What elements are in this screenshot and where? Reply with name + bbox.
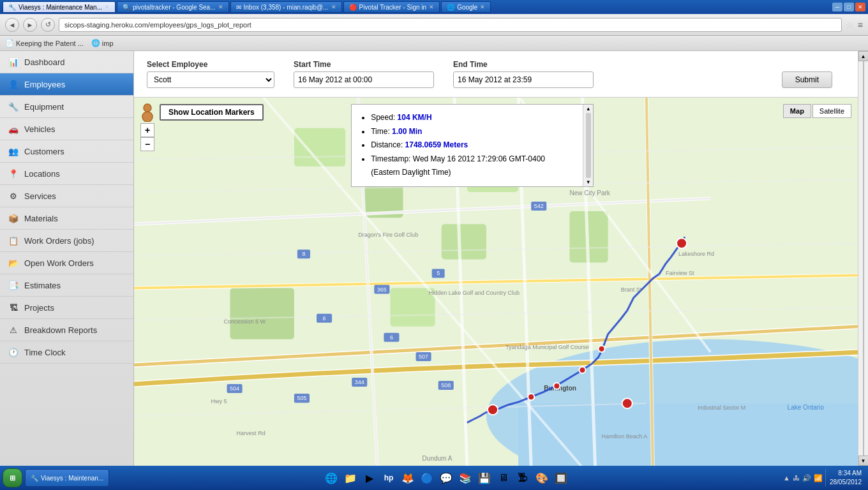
sidebar-item-time-clock[interactable]: 🕐 Time Clock xyxy=(0,341,133,364)
taskbar-firefox-icon[interactable]: 🦊 xyxy=(400,470,415,486)
settings-icon[interactable]: ≡ xyxy=(858,20,863,30)
vehicles-icon: 🚗 xyxy=(8,123,19,135)
svg-point-65 xyxy=(622,398,632,408)
popup-scroll-up[interactable]: ▲ xyxy=(586,106,591,112)
taskbar-folder-icon[interactable]: 📁 xyxy=(343,470,358,486)
taskbar-right: ▲ 🖧 🔊 📶 8:34 AM 28/05/2012 xyxy=(783,469,865,487)
clock-date: 28/05/2012 xyxy=(830,478,862,487)
tab-favicon: 🔍 xyxy=(123,4,130,11)
tab-label: Google xyxy=(457,4,477,11)
tab-close[interactable]: ✕ xyxy=(480,4,485,10)
employees-icon: 👤 xyxy=(8,78,19,90)
zoom-out-button[interactable]: − xyxy=(140,137,154,151)
taskbar-remote-icon[interactable]: 🖥 xyxy=(496,470,511,486)
svg-text:Hamilton Beach A: Hamilton Beach A xyxy=(602,433,648,440)
minimize-button[interactable]: ─ xyxy=(832,3,842,11)
map-type-satellite[interactable]: Satellite xyxy=(812,104,851,118)
taskbar-chrome-icon[interactable]: 🔵 xyxy=(419,470,435,486)
sidebar-item-vehicles[interactable]: 🚗 Vehicles xyxy=(0,118,133,140)
tab-close[interactable]: ✕ xyxy=(331,4,336,10)
sidebar-item-projects[interactable]: 🏗 Projects xyxy=(0,297,133,319)
svg-text:Brant St: Brant St xyxy=(621,286,642,293)
projects-icon: 🏗 xyxy=(8,302,19,313)
start-time-input[interactable] xyxy=(294,71,434,88)
taskbar-paint-icon[interactable]: 🎨 xyxy=(534,470,550,486)
svg-rect-3 xyxy=(294,128,345,167)
svg-text:5: 5 xyxy=(437,270,440,276)
taskbar-media-icon[interactable]: ▶ xyxy=(362,470,377,486)
forward-button[interactable]: ► xyxy=(23,18,37,32)
show-markers-button[interactable]: Show Location Markers xyxy=(160,104,264,121)
tab-google[interactable]: 🌐 Google ✕ xyxy=(441,1,491,13)
taskbar-disk-icon[interactable]: 💾 xyxy=(477,470,492,486)
taskbar-ie-icon[interactable]: 🌐 xyxy=(324,470,339,486)
start-button[interactable]: ⊞ xyxy=(3,468,22,487)
address-bar[interactable] xyxy=(59,18,842,32)
taskbar-extra-icon[interactable]: 🔲 xyxy=(553,470,569,486)
bookmark-icon: 📄 xyxy=(5,39,14,47)
submit-button[interactable]: Submit xyxy=(782,71,832,88)
sidebar-label-time-clock: Time Clock xyxy=(24,348,66,357)
sidebar-item-materials[interactable]: 📦 Materials xyxy=(0,207,133,230)
sidebar-item-employees[interactable]: 👤 Employees xyxy=(0,73,133,96)
sidebar-item-breakdown-reports[interactable]: ⚠ Breakdown Reports xyxy=(0,319,133,341)
svg-text:505: 505 xyxy=(297,395,306,401)
taskbar-left: ⊞ 🔧 Viaesys : Maintenan... xyxy=(3,468,109,487)
tab-favicon: 🔴 xyxy=(349,4,357,11)
tray-network-icon[interactable]: 🖧 xyxy=(793,474,800,482)
svg-rect-2 xyxy=(518,403,858,466)
tab-pivotaltracker[interactable]: 🔍 pivotaltracker - Google Sea... ✕ xyxy=(117,1,229,13)
tray-wifi-icon[interactable]: 📶 xyxy=(814,474,823,482)
workorders-icon: 📋 xyxy=(8,235,19,246)
taskbar-browser-btn[interactable]: 🔧 Viaesys : Maintenan... xyxy=(25,469,109,487)
back-button[interactable]: ◄ xyxy=(5,18,19,32)
main-container: 📊 Dashboard 👤 Employees 🔧 Equipment 🚗 Ve… xyxy=(0,51,868,466)
close-button[interactable]: ✕ xyxy=(855,3,865,11)
bookmark-star[interactable]: ☆ xyxy=(846,20,854,30)
popup-time-value: 1.00 Min xyxy=(392,127,422,136)
tab-close[interactable]: ✕ xyxy=(429,4,434,10)
taskbar-hp-icon[interactable]: hp xyxy=(381,470,396,486)
tab-pivotal-signin[interactable]: 🔴 Pivotal Tracker - Sign in ✕ xyxy=(343,1,440,13)
tab-favicon: 🌐 xyxy=(447,4,454,11)
sidebar-item-locations[interactable]: 📍 Locations xyxy=(0,163,133,185)
svg-text:6: 6 xyxy=(323,315,326,322)
employee-select[interactable]: Scott xyxy=(147,71,274,88)
materials-icon: 📦 xyxy=(8,212,19,224)
sidebar-item-customers[interactable]: 👥 Customers xyxy=(0,140,133,163)
tray-arrow-icon[interactable]: ▲ xyxy=(783,474,790,482)
tab-favicon: 🔧 xyxy=(8,4,16,11)
tray-volume-icon[interactable]: 🔊 xyxy=(802,474,811,482)
tab-gmail[interactable]: ✉ Inbox (3,358) - mian.raqib@... ✕ xyxy=(230,1,342,13)
bookmark-icon: 🌐 xyxy=(91,39,100,47)
taskbar-skype-icon[interactable]: 💬 xyxy=(438,470,454,486)
end-time-input[interactable] xyxy=(453,71,594,88)
map-type-map[interactable]: Map xyxy=(783,104,811,118)
bookmark-imp[interactable]: 🌐 imp xyxy=(91,39,114,47)
tab-viaesys[interactable]: 🔧 Viaesys : Maintenance Man... ✕ xyxy=(3,1,116,13)
refresh-button[interactable]: ↺ xyxy=(41,18,55,32)
map-type-controls: Map Satellite xyxy=(783,104,851,118)
taskbar-stack-icon[interactable]: 📚 xyxy=(458,470,473,486)
svg-text:Dundum A: Dundum A xyxy=(423,455,453,462)
popup-scroll-down[interactable]: ▼ xyxy=(586,179,591,185)
svg-text:507: 507 xyxy=(419,353,428,360)
taskbar-archive-icon[interactable]: 🗜 xyxy=(515,470,530,486)
page-scrollbar: ▲ ▼ xyxy=(858,51,868,466)
tab-close-viaesys[interactable]: ✕ xyxy=(105,4,110,10)
sidebar-item-dashboard[interactable]: 📊 Dashboard xyxy=(0,51,133,73)
sidebar-item-services[interactable]: ⚙ Services xyxy=(0,185,133,207)
system-clock[interactable]: 8:34 AM 28/05/2012 xyxy=(825,469,865,487)
bookmark-patent[interactable]: 📄 Keeping the Patent ... xyxy=(5,39,84,47)
sidebar-item-open-workorders[interactable]: 📂 Open Work Orders xyxy=(0,252,133,274)
sidebar-item-estimates[interactable]: 📑 Estimates xyxy=(0,274,133,297)
scrollbar-up[interactable]: ▲ xyxy=(858,51,869,61)
tab-close[interactable]: ✕ xyxy=(218,4,223,10)
svg-point-67 xyxy=(599,346,605,352)
sidebar-item-workorders[interactable]: 📋 Work Orders (jobs) xyxy=(0,230,133,252)
scrollbar-down[interactable]: ▼ xyxy=(858,456,869,466)
sidebar-item-equipment[interactable]: 🔧 Equipment xyxy=(0,96,133,118)
maximize-button[interactable]: □ xyxy=(844,3,854,11)
zoom-in-button[interactable]: + xyxy=(140,123,154,137)
open-workorders-icon: 📂 xyxy=(8,257,19,269)
